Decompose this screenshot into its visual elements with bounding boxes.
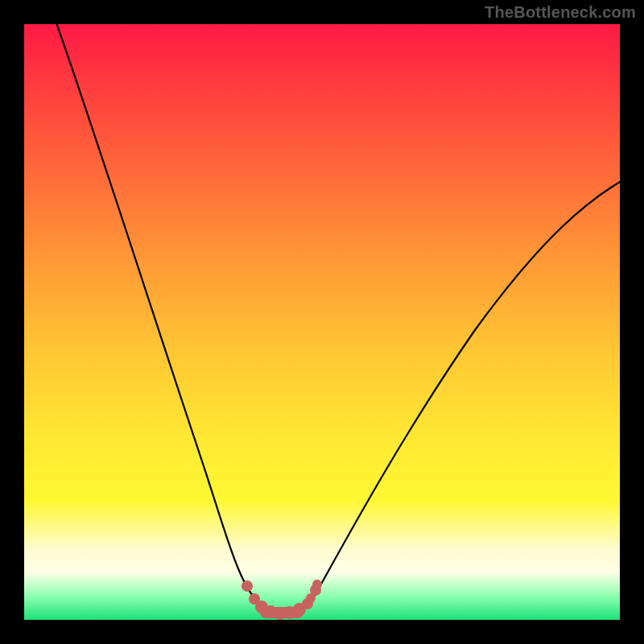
- chart-container: TheBottleneck.com: [0, 0, 644, 644]
- optimal-band-markers: [242, 580, 322, 620]
- bottleneck-curve-path: [54, 24, 620, 613]
- marker-dot: [312, 580, 322, 589]
- marker-dot: [242, 580, 253, 592]
- plot-area: [24, 24, 620, 620]
- curve-svg: [24, 24, 620, 620]
- watermark-text: TheBottleneck.com: [485, 3, 636, 22]
- marker-bar: [260, 607, 303, 618]
